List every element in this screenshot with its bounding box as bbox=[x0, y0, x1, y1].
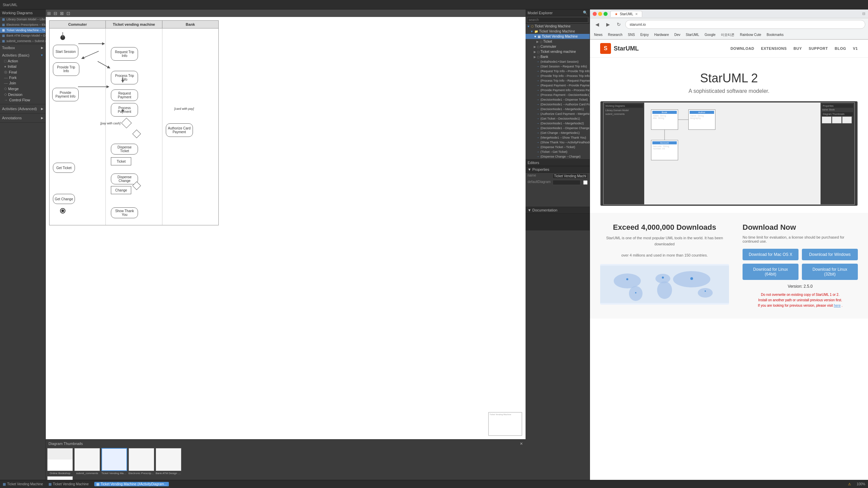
tree-item-26[interactable]: → (Ticket→Get Ticket) bbox=[526, 149, 590, 154]
thumb-1[interactable]: Online Bookshop bbox=[47, 448, 73, 475]
tree-item-11[interactable]: → (Process Trip Info→Request Payment) bbox=[526, 78, 590, 83]
nav-download[interactable]: DOWNLOAD bbox=[730, 46, 754, 50]
nav-extensions[interactable]: EXTENSIONS bbox=[761, 46, 787, 50]
thumb-6[interactable]: Bank ATM State Model bbox=[47, 476, 73, 480]
node-request-trip-info[interactable]: Request Trip Info bbox=[111, 47, 138, 61]
status-item-1[interactable]: ▦ Ticket Vending Machine bbox=[3, 482, 43, 486]
tree-item-7[interactable]: → (InitialNode1+Start Session) bbox=[526, 59, 590, 64]
canvas-icon-4[interactable]: ⊡ bbox=[66, 11, 70, 16]
bm-sns[interactable]: SNS bbox=[626, 32, 637, 37]
btn-download-win[interactable]: Download for Windows bbox=[802, 249, 858, 260]
merge-node-1[interactable] bbox=[134, 131, 140, 137]
documentation-textarea[interactable] bbox=[526, 214, 590, 230]
bm-dev[interactable]: Dev bbox=[672, 32, 683, 37]
thumbnails-close[interactable]: ✕ bbox=[520, 442, 523, 446]
prop-name-input[interactable] bbox=[553, 174, 588, 179]
browser-back-btn[interactable]: ◀ bbox=[593, 20, 601, 29]
browser-url-input[interactable] bbox=[625, 20, 865, 29]
tree-item-5[interactable]: ▶ ◻ Ticket vending machine bbox=[526, 49, 590, 54]
tree-item-2[interactable]: ▼ ▦ Ticket Vending Machine bbox=[526, 34, 590, 39]
tree-item-25[interactable]: → (Dispense Ticket→Ticket) bbox=[526, 145, 590, 149]
bm-research[interactable]: Research bbox=[606, 32, 625, 37]
tree-item-10[interactable]: → (Provide Trip Info→Process Trip Info) bbox=[526, 74, 590, 78]
initial-node[interactable] bbox=[60, 35, 65, 40]
node-start-session[interactable]: Start Session bbox=[53, 45, 78, 58]
status-item-3[interactable]: ▦ Ticket Vending Machine (#ActivityDiagr… bbox=[94, 482, 169, 486]
tree-item-15[interactable]: → (DecisionNode1→Dispense Ticket) bbox=[526, 97, 590, 102]
activities-basic-header[interactable]: Activities (Basic) ▼ bbox=[0, 52, 45, 58]
bm-emoticon[interactable]: 이모티콘 bbox=[719, 32, 736, 38]
window-close[interactable] bbox=[593, 12, 597, 16]
wd-item-5[interactable]: ▦ submit_comments – Submit comm... bbox=[0, 38, 45, 44]
window-maximize[interactable] bbox=[604, 12, 608, 16]
btn-download-linux64[interactable]: Download for Linux (64bit) bbox=[743, 264, 798, 280]
canvas-icon-1[interactable]: ⊞ bbox=[47, 11, 51, 16]
canvas-icon-2[interactable]: ⊟ bbox=[54, 11, 57, 16]
tool-join[interactable]: — Join bbox=[0, 80, 45, 86]
tool-merge[interactable]: ◇ Merge bbox=[0, 86, 45, 92]
toolbox-header[interactable]: Toolbox ▶ bbox=[0, 45, 45, 51]
tree-item-22[interactable]: → (Get Change→MergeNode1) bbox=[526, 130, 590, 135]
tree-item-9[interactable]: → (Request Trip Info→Provide Trip Info) bbox=[526, 69, 590, 74]
bm-staruml[interactable]: StarUML bbox=[684, 32, 701, 37]
tool-final[interactable]: ◎ Final bbox=[0, 69, 45, 75]
bm-bookmarks[interactable]: Bookmarks bbox=[765, 32, 786, 37]
prop-default-input[interactable] bbox=[553, 180, 580, 185]
node-get-ticket[interactable]: Get Ticket bbox=[53, 163, 75, 173]
wd-item-2[interactable]: ▦ Electronic Prescriptions – Electron... bbox=[0, 22, 45, 27]
bm-news[interactable]: News bbox=[592, 32, 605, 37]
node-show-thank-you[interactable]: Show Thank You bbox=[111, 207, 138, 218]
browser-content[interactable]: S StarUML DOWNLOAD EXTENSIONS BUY SUPPOR… bbox=[590, 40, 868, 480]
warning-here-link[interactable]: here bbox=[834, 304, 841, 307]
node-get-change[interactable]: Get Change bbox=[53, 194, 75, 204]
bm-rainbow[interactable]: Rainbow Cute bbox=[738, 32, 763, 37]
tool-initial[interactable]: ● Initial bbox=[0, 64, 45, 69]
tree-item-18[interactable]: → (Authorize Card Payment→MergeNode1) bbox=[526, 111, 590, 116]
prop-default-checkbox[interactable] bbox=[583, 180, 588, 185]
annotations-header[interactable]: Annotations ▶ bbox=[0, 115, 45, 121]
browser-tab-close[interactable]: ✕ bbox=[635, 12, 638, 16]
tree-item-14[interactable]: → (Process Payment→DecisionNode1) bbox=[526, 93, 590, 97]
bm-hardware[interactable]: Hardware bbox=[652, 32, 671, 37]
tree-item-13[interactable]: → (Provide Payment Info→Process Payment) bbox=[526, 88, 590, 93]
activities-advanced-header[interactable]: Activities (Advanced) ▶ bbox=[0, 106, 45, 112]
nav-v1[interactable]: V1 bbox=[853, 46, 858, 50]
bm-enjoy[interactable]: Enjoy bbox=[638, 32, 651, 37]
tree-item-4[interactable]: ▶ ◻ Commuter bbox=[526, 44, 590, 49]
explorer-search-input[interactable] bbox=[527, 17, 588, 23]
wd-item-3[interactable]: ▦ Ticket Vending Machine – Ticket Vi... bbox=[0, 27, 45, 33]
window-minimize[interactable] bbox=[598, 12, 602, 16]
wd-item-4[interactable]: ▦ Bank ATM Design Model – Design... bbox=[0, 33, 45, 38]
canvas-icon-3[interactable]: ⊠ bbox=[60, 11, 64, 16]
tree-item-24[interactable]: → (Show Thank You→ActivityFinalNode1) bbox=[526, 140, 590, 145]
btn-download-linux32[interactable]: Download for Linux (32bit) bbox=[802, 264, 858, 280]
tree-item-1[interactable]: ▼ 📁 Ticket Vending Machine bbox=[526, 29, 590, 34]
node-provide-payment-info[interactable]: Provide Payment Info bbox=[52, 88, 79, 101]
node-authorize-card-payment[interactable]: Authorize Card Payment bbox=[166, 123, 193, 137]
tree-item-27[interactable]: → (Dispense Change→Change) bbox=[526, 154, 590, 159]
node-change[interactable]: Change bbox=[111, 186, 131, 194]
thumb-2[interactable]: submit_comments bbox=[74, 448, 100, 475]
nav-blog[interactable]: BLOG bbox=[835, 46, 846, 50]
tree-item-20[interactable]: → (DecisionNode1→MergeNode2) bbox=[526, 121, 590, 126]
status-item-2[interactable]: ▦ Ticket Vending Machine bbox=[48, 482, 89, 486]
thumb-4[interactable]: Electronic Prescriptions bbox=[129, 448, 154, 475]
thumb-5[interactable]: Bank ATM Design Mode... bbox=[156, 448, 181, 475]
merge-node-2[interactable] bbox=[134, 183, 140, 189]
tree-item-0[interactable]: ▼ ⬡ Ticket Vending Machine bbox=[526, 24, 590, 29]
btn-download-mac[interactable]: Download for Mac OS X bbox=[743, 249, 798, 260]
search-icon[interactable]: 🔍 bbox=[583, 11, 588, 15]
thumb-3[interactable]: Ticket Vending Machine bbox=[101, 448, 127, 475]
tree-item-17[interactable]: → (DecisionNode1→MergeNode1) bbox=[526, 107, 590, 111]
tree-item-19[interactable]: → (Get Ticket→DecisionNode1) bbox=[526, 116, 590, 121]
browser-tab[interactable]: ★ StarUML ✕ bbox=[610, 11, 642, 17]
tool-decision[interactable]: ◇ Decision bbox=[0, 92, 45, 97]
nav-buy[interactable]: BUY bbox=[793, 46, 802, 50]
node-dispense-ticket[interactable]: Dispense Ticket bbox=[111, 144, 138, 155]
tree-item-6[interactable]: ▶ ◻ Bank bbox=[526, 54, 590, 59]
tree-item-23[interactable]: → (MergeNode1→Show Thank You) bbox=[526, 135, 590, 140]
tool-fork[interactable]: — Fork bbox=[0, 75, 45, 80]
tree-item-8[interactable]: → (Start Session→Request Trip Info) bbox=[526, 64, 590, 69]
node-ticket[interactable]: Ticket bbox=[111, 157, 131, 165]
tree-item-21[interactable]: → (DecisionNode1→Dispense Change) bbox=[526, 126, 590, 130]
